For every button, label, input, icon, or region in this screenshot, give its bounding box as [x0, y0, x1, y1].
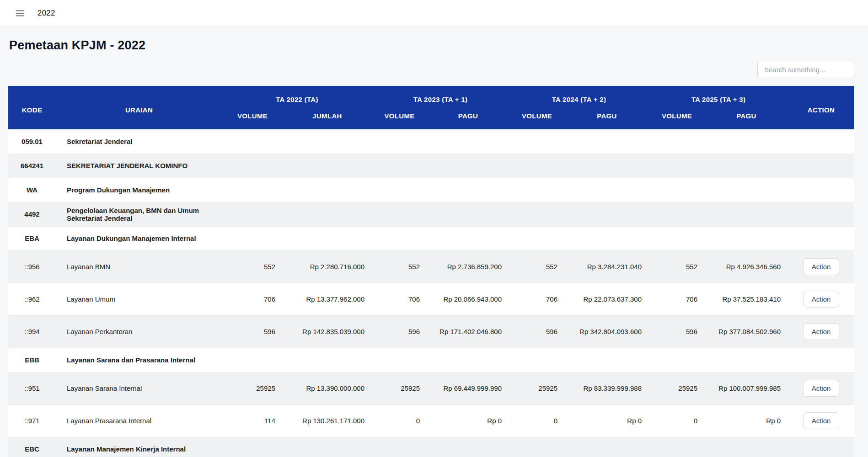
row-value [222, 154, 283, 178]
row-value [222, 202, 283, 226]
row-value: 25925 [222, 372, 283, 404]
row-value: Rp 13.390.000.000 [283, 372, 372, 404]
row-value [565, 202, 649, 226]
row-uraian: Layanan Sarana Internal [56, 372, 222, 404]
row-value: Rp 83.339.999.988 [565, 372, 649, 404]
row-value: Rp 171.402.046.800 [427, 315, 509, 348]
row-value: Rp 2.736.859.200 [427, 250, 509, 283]
search-row [8, 61, 854, 78]
row-uraian: Pengelolaan Keuangan, BMN dan Umum Sekre… [56, 202, 222, 226]
action-button[interactable]: Action [803, 412, 840, 429]
row-value [283, 202, 372, 226]
row-value: 706 [649, 283, 705, 315]
col-header-volume-2022: VOLUME [222, 108, 283, 129]
row-value [372, 178, 427, 202]
row-value: Rp 342.804.093.600 [565, 315, 649, 348]
row-kode: EBA [8, 226, 56, 250]
action-cell [788, 226, 854, 250]
row-value [705, 129, 788, 154]
row-value [427, 154, 509, 178]
row-value [222, 178, 283, 202]
table-body: 059.01Sekretariat Jenderal664241SEKRETAR… [8, 129, 854, 457]
action-cell [788, 154, 854, 178]
row-value [509, 202, 565, 226]
table-row: ::971Layanan Prasarana Internal114Rp 130… [8, 404, 854, 437]
table-row: 059.01Sekretariat Jenderal [8, 129, 854, 154]
page-content: Pemetaan KPJM - 2022 KODE URAIAN TA 2022… [0, 27, 868, 457]
action-cell: Action [788, 372, 854, 404]
row-value: 25925 [372, 372, 427, 404]
row-value [565, 129, 649, 154]
table-row: EBBLayanan Sarana dan Prasarana Internal [8, 348, 854, 372]
row-value [283, 129, 372, 154]
action-cell [788, 129, 854, 154]
row-value: 552 [372, 250, 427, 283]
table-row: EBCLayanan Manajemen Kinerja Internal [8, 437, 854, 457]
row-value: Rp 0 [427, 404, 509, 437]
row-value [705, 154, 788, 178]
action-cell: Action [788, 250, 854, 283]
table-header: KODE URAIAN TA 2022 (TA) TA 2023 (TA + 1… [8, 86, 854, 129]
col-group-ta2022: TA 2022 (TA) [222, 86, 372, 108]
row-kode: ::994 [8, 315, 56, 348]
row-kode: ::956 [8, 250, 56, 283]
col-header-volume-2024: VOLUME [509, 108, 565, 129]
action-button[interactable]: Action [803, 380, 840, 397]
row-value: 0 [509, 404, 565, 437]
row-value: 552 [509, 250, 565, 283]
col-header-volume-2023: VOLUME [372, 108, 427, 129]
action-button[interactable]: Action [803, 323, 840, 340]
row-uraian: Layanan Prasarana Internal [56, 404, 222, 437]
row-value: 25925 [509, 372, 565, 404]
row-value: Rp 2.280.716.000 [283, 250, 372, 283]
hamburger-icon-glyph [15, 8, 26, 19]
row-value: 0 [372, 404, 427, 437]
row-value: 552 [649, 250, 705, 283]
row-value [427, 226, 509, 250]
col-group-ta2024: TA 2024 (TA + 2) [509, 86, 649, 108]
action-cell [788, 202, 854, 226]
row-value: 706 [372, 283, 427, 315]
col-header-jumlah-2022: JUMLAH [283, 108, 372, 129]
row-value [427, 129, 509, 154]
row-value [372, 154, 427, 178]
col-header-action: ACTION [788, 86, 854, 129]
col-group-ta2025: TA 2025 (TA + 3) [649, 86, 788, 108]
row-value [565, 154, 649, 178]
row-value [509, 178, 565, 202]
row-value [372, 202, 427, 226]
search-input[interactable] [757, 61, 854, 78]
row-value [372, 129, 427, 154]
action-button[interactable]: Action [803, 291, 840, 308]
table-row: 4492Pengelolaan Keuangan, BMN dan Umum S… [8, 202, 854, 226]
row-kode: 059.01 [8, 129, 56, 154]
row-value: Rp 22.073.637.300 [565, 283, 649, 315]
row-uraian: Layanan Sarana dan Prasarana Internal [56, 348, 222, 372]
col-header-kode: KODE [8, 86, 56, 129]
row-value [509, 129, 565, 154]
row-value [509, 437, 565, 457]
row-value [427, 178, 509, 202]
row-value: 114 [222, 404, 283, 437]
col-header-pagu-2024: PAGU [565, 108, 649, 129]
row-value [222, 348, 283, 372]
col-group-ta2023: TA 2023 (TA + 1) [372, 86, 509, 108]
row-value [565, 178, 649, 202]
row-value [283, 348, 372, 372]
row-uraian: Layanan BMN [56, 250, 222, 283]
hamburger-menu-icon[interactable] [13, 6, 27, 21]
row-value [705, 437, 788, 457]
action-button[interactable]: Action [803, 258, 840, 275]
table-row: ::994Layanan Perkantoran596Rp 142.835.03… [8, 315, 854, 348]
row-kode: 664241 [8, 154, 56, 178]
row-kode: EBC [8, 437, 56, 457]
row-value: 596 [372, 315, 427, 348]
action-cell [788, 348, 854, 372]
col-header-volume-2025: VOLUME [649, 108, 705, 129]
row-value [649, 226, 705, 250]
action-cell: Action [788, 404, 854, 437]
row-value: 706 [509, 283, 565, 315]
row-value [372, 437, 427, 457]
table-row: ::951Layanan Sarana Internal25925Rp 13.3… [8, 372, 854, 404]
col-header-uraian: URAIAN [56, 86, 222, 129]
